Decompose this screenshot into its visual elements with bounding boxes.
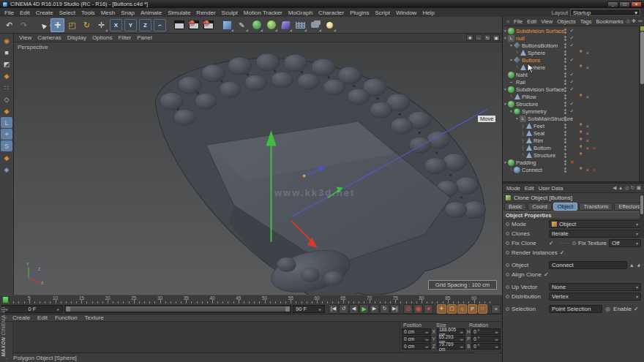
range-end-field[interactable]: 90 F ▸	[293, 305, 325, 313]
texture-tag-icon[interactable]: *	[577, 123, 584, 129]
visibility-dots[interactable]	[564, 65, 569, 70]
live-selection-tool[interactable]: ▲	[33, 15, 53, 35]
tree-item-buttons[interactable]: ▾Buttons✓	[503, 56, 639, 64]
enable-toggle[interactable]: ✕	[569, 159, 575, 165]
selection-field[interactable]: Point Selection	[549, 305, 602, 313]
edges-mode-button[interactable]: ◇	[1, 94, 12, 105]
tree-item-seat[interactable]: ├Seat*×	[503, 129, 639, 137]
enable-toggle[interactable]: ✓	[569, 42, 575, 48]
attribute-header-icon-3[interactable]: ↻	[631, 185, 635, 191]
make-editable-button[interactable]: ◉	[1, 35, 12, 46]
lock-y-axis-button[interactable]: Y	[124, 19, 137, 31]
move-tool[interactable]: ✚	[50, 18, 64, 32]
keyframe-selection-button[interactable]: ●	[424, 304, 433, 314]
enable-toggle[interactable]: ✓	[569, 79, 575, 85]
menu-item[interactable]: Tools	[78, 10, 98, 16]
anim-dot-icon[interactable]	[506, 273, 509, 276]
tree-item-pillow[interactable]: └Pillow*×	[503, 93, 639, 100]
points-mode-button[interactable]: ∷	[1, 82, 12, 93]
attribute-tab[interactable]: Transform	[579, 203, 613, 211]
add-generator-button[interactable]	[250, 18, 263, 32]
next-key-button[interactable]: ↻	[380, 304, 389, 314]
tag-icon[interactable]: ×	[584, 123, 591, 129]
menu-item[interactable]: Snap	[118, 10, 138, 16]
tree-item-feet[interactable]: ├Feet*×	[503, 122, 639, 129]
tree-item-subdivision-surface[interactable]: ▾Subdivision Surface✓	[503, 27, 639, 34]
clones-dropdown[interactable]: Iterate ▾	[549, 230, 641, 238]
tree-expander-icon[interactable]: ▾	[503, 29, 508, 33]
render-settings-button[interactable]	[201, 18, 215, 32]
attribute-menu-item[interactable]: User Data	[536, 185, 566, 192]
enable-toggle[interactable]: ✓	[569, 86, 575, 92]
menu-item[interactable]: Select	[56, 10, 78, 16]
object-manager-menu-item[interactable]: Tags	[578, 18, 594, 25]
add-camera-button[interactable]	[308, 18, 322, 32]
add-primitive-button[interactable]	[220, 18, 234, 32]
tag-icon[interactable]: ×	[584, 137, 591, 144]
texture-tag-icon[interactable]: *	[577, 145, 584, 151]
menu-item[interactable]: Animate	[138, 10, 165, 16]
next-frame-button[interactable]: ▶	[370, 304, 379, 314]
attribute-tab[interactable]: Basic	[504, 203, 526, 211]
close-button[interactable]: ✕	[631, 1, 642, 7]
texture-tag-icon[interactable]: *	[577, 50, 584, 56]
texture-tag-icon[interactable]: *	[577, 130, 584, 137]
menu-item[interactable]: Sculpt	[219, 10, 241, 16]
material-menu-item[interactable]: Edit	[34, 314, 51, 321]
enable-toggle[interactable]: ✓	[569, 72, 575, 78]
distribution-dropdown[interactable]: Vertex ▾	[549, 293, 641, 301]
tree-item-sphere[interactable]: └Sphere*×	[503, 64, 639, 71]
lock-x-axis-button[interactable]: X	[110, 19, 122, 31]
record-position-toggle[interactable]: ✛	[437, 304, 446, 314]
pick-object-icon[interactable]: ▴	[629, 262, 634, 268]
undo-button[interactable]: ↶	[2, 18, 16, 32]
menu-item[interactable]: Create	[33, 10, 56, 16]
menu-item[interactable]: Render	[193, 10, 218, 16]
viewport-menu-item[interactable]: Display	[64, 34, 89, 41]
anim-dot-icon[interactable]	[506, 251, 509, 254]
tree-item-structure[interactable]: ▾Structure✓	[503, 100, 639, 108]
viewport-menu-item[interactable]: Options	[89, 34, 116, 41]
search-icon[interactable]: ◎	[626, 18, 630, 24]
play-button[interactable]: ▶	[359, 304, 369, 314]
anim-dot-icon[interactable]	[506, 285, 509, 289]
enable-toggle[interactable]: ✓	[569, 108, 575, 114]
attribute-header-icon-4[interactable]: ▣	[636, 185, 641, 191]
timeline-ruler[interactable]: 51015202530354045505560657075808590	[0, 295, 502, 303]
polygons-mode-button[interactable]: ◆	[1, 105, 12, 116]
object-manager-menu-item[interactable]: Bookmarks	[594, 18, 626, 25]
material-menu-item[interactable]: Function	[51, 314, 81, 321]
tag-icon[interactable]: ×	[584, 130, 591, 137]
visibility-dots[interactable]	[564, 146, 569, 151]
texture-mode-button[interactable]: ◩	[1, 59, 12, 69]
tree-expander-icon[interactable]: ▾	[509, 58, 514, 62]
object-manager-menu-item[interactable]: Objects	[555, 18, 577, 25]
enable-toggle[interactable]: ✓	[569, 28, 575, 34]
tree-item-buttonsbottom[interactable]: ▾ButtonsBottom✓	[503, 42, 639, 49]
position-x-field[interactable]: 0 cm◂▸	[402, 328, 431, 335]
viewport-menu-item[interactable]: View	[16, 34, 34, 41]
add-mograph-button[interactable]	[264, 18, 278, 32]
tree-expander-icon[interactable]: └	[520, 153, 525, 157]
fix-clone-checkbox[interactable]: ✓	[549, 240, 556, 246]
tree-expander-icon[interactable]: ├	[520, 146, 525, 150]
tree-expander-icon[interactable]: ▾	[503, 36, 508, 40]
tree-expander-icon[interactable]: ├	[520, 138, 525, 143]
enable-toggle[interactable]: ✓	[569, 101, 575, 107]
texture-tag-icon[interactable]: *	[577, 167, 584, 173]
workplane-mode-button[interactable]: ◆	[1, 70, 12, 81]
enable-axis-button[interactable]: L	[1, 117, 12, 128]
viewport-control-icon-1[interactable]: ↔	[475, 34, 482, 41]
object-manager-scrollbar[interactable]	[639, 26, 644, 181]
range-slider[interactable]	[64, 305, 291, 313]
enable-toggle[interactable]: ✓	[569, 35, 575, 41]
render-view-button[interactable]	[172, 18, 186, 32]
scale-tool[interactable]: ◰	[65, 18, 79, 32]
viewport-menu-item[interactable]: Cameras	[34, 34, 64, 41]
tree-expander-icon[interactable]: ▾	[509, 43, 514, 48]
enable-toggle[interactable]: ✓	[569, 57, 575, 63]
menu-item[interactable]: Window	[393, 10, 419, 16]
tree-expander-icon[interactable]: └	[509, 94, 514, 99]
previous-key-button[interactable]: ↺	[339, 304, 348, 314]
anim-dot-icon[interactable]	[506, 222, 509, 226]
